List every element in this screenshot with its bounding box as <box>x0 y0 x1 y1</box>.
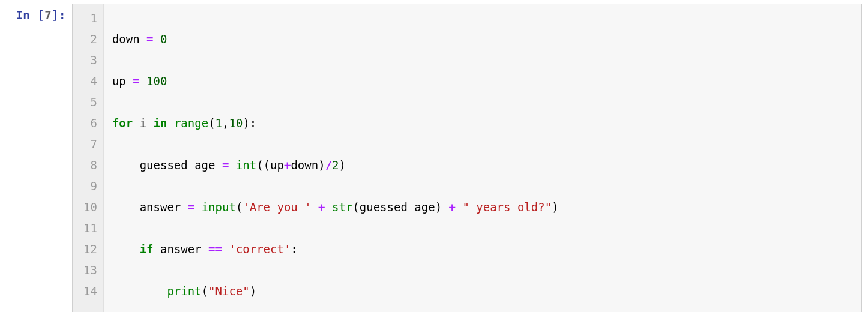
code-line: answer = input('Are you ' + str(guessed_… <box>112 197 855 218</box>
line-number-gutter: 1 2 3 4 5 6 7 8 9 10 11 12 13 14 <box>73 4 104 312</box>
code-text[interactable]: down = 0 up = 100 for i in range(1,10): … <box>104 4 861 312</box>
code-line: print("Nice") <box>112 281 855 302</box>
prompt-close-bracket: ]: <box>52 8 66 22</box>
line-number: 13 <box>83 260 97 281</box>
line-number: 2 <box>83 29 97 50</box>
prompt-exec-count: 7 <box>44 8 52 22</box>
line-number: 9 <box>83 176 97 197</box>
line-number: 1 <box>83 8 97 29</box>
line-number: 5 <box>83 92 97 113</box>
line-number: 8 <box>83 155 97 176</box>
code-line: guessed_age = int((up+down)/2) <box>112 155 855 176</box>
code-line: if answer == 'correct': <box>112 239 855 260</box>
line-number: 14 <box>83 281 97 302</box>
code-line: up = 100 <box>112 71 855 92</box>
line-number: 7 <box>83 134 97 155</box>
input-prompt: In [7]: <box>6 4 72 22</box>
code-cell: In [7]: 1 2 3 4 5 6 7 8 9 10 11 12 13 14… <box>6 4 862 312</box>
line-number: 3 <box>83 50 97 71</box>
line-number: 11 <box>83 218 97 239</box>
code-line: for i in range(1,10): <box>112 113 855 134</box>
line-number: 12 <box>83 239 97 260</box>
line-number: 6 <box>83 113 97 134</box>
prompt-in-label: In <box>16 8 30 22</box>
prompt-open-bracket: [ <box>30 8 44 22</box>
line-number: 4 <box>83 71 97 92</box>
code-line: down = 0 <box>112 29 855 50</box>
code-input-area[interactable]: 1 2 3 4 5 6 7 8 9 10 11 12 13 14 down = … <box>72 4 862 312</box>
line-number: 10 <box>83 197 97 218</box>
